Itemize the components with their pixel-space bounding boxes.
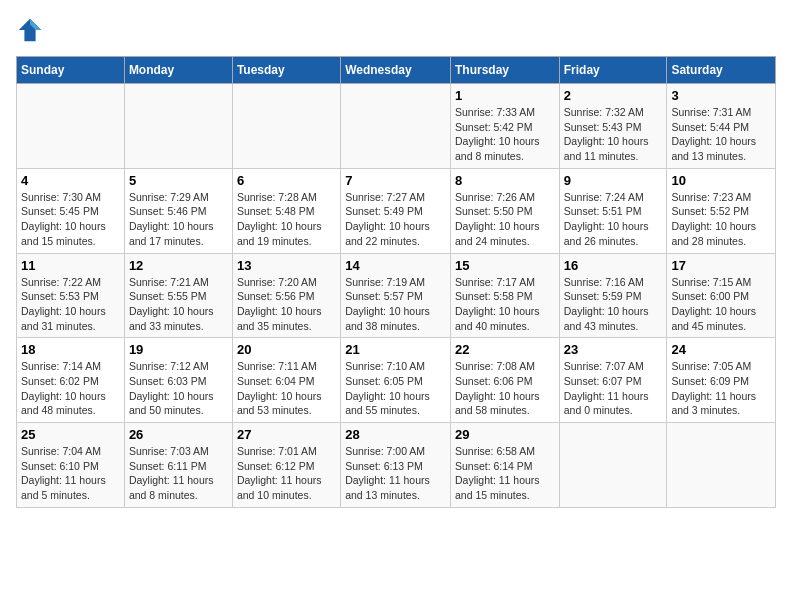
calendar-cell: 5Sunrise: 7:29 AMSunset: 5:46 PMDaylight… (124, 168, 232, 253)
day-info: Sunrise: 7:17 AMSunset: 5:58 PMDaylight:… (455, 275, 555, 334)
day-number: 29 (455, 427, 555, 442)
weekday-header-saturday: Saturday (667, 57, 776, 84)
day-info: Sunrise: 7:31 AMSunset: 5:44 PMDaylight:… (671, 105, 771, 164)
day-info: Sunrise: 7:15 AMSunset: 6:00 PMDaylight:… (671, 275, 771, 334)
day-info: Sunrise: 7:28 AMSunset: 5:48 PMDaylight:… (237, 190, 336, 249)
weekday-header-wednesday: Wednesday (341, 57, 451, 84)
day-info: Sunrise: 7:01 AMSunset: 6:12 PMDaylight:… (237, 444, 336, 503)
day-info: Sunrise: 7:26 AMSunset: 5:50 PMDaylight:… (455, 190, 555, 249)
day-number: 5 (129, 173, 228, 188)
calendar-cell (124, 84, 232, 169)
calendar-table: SundayMondayTuesdayWednesdayThursdayFrid… (16, 56, 776, 508)
day-info: Sunrise: 7:03 AMSunset: 6:11 PMDaylight:… (129, 444, 228, 503)
calendar-cell: 25Sunrise: 7:04 AMSunset: 6:10 PMDayligh… (17, 423, 125, 508)
day-info: Sunrise: 7:04 AMSunset: 6:10 PMDaylight:… (21, 444, 120, 503)
calendar-cell: 9Sunrise: 7:24 AMSunset: 5:51 PMDaylight… (559, 168, 667, 253)
calendar-cell: 22Sunrise: 7:08 AMSunset: 6:06 PMDayligh… (450, 338, 559, 423)
calendar-cell: 14Sunrise: 7:19 AMSunset: 5:57 PMDayligh… (341, 253, 451, 338)
day-number: 20 (237, 342, 336, 357)
day-info: Sunrise: 7:08 AMSunset: 6:06 PMDaylight:… (455, 359, 555, 418)
calendar-cell: 24Sunrise: 7:05 AMSunset: 6:09 PMDayligh… (667, 338, 776, 423)
day-info: Sunrise: 7:27 AMSunset: 5:49 PMDaylight:… (345, 190, 446, 249)
calendar-cell: 19Sunrise: 7:12 AMSunset: 6:03 PMDayligh… (124, 338, 232, 423)
day-number: 21 (345, 342, 446, 357)
day-number: 22 (455, 342, 555, 357)
calendar-cell: 1Sunrise: 7:33 AMSunset: 5:42 PMDaylight… (450, 84, 559, 169)
calendar-cell: 16Sunrise: 7:16 AMSunset: 5:59 PMDayligh… (559, 253, 667, 338)
day-info: Sunrise: 7:22 AMSunset: 5:53 PMDaylight:… (21, 275, 120, 334)
calendar-cell (232, 84, 340, 169)
day-info: Sunrise: 7:32 AMSunset: 5:43 PMDaylight:… (564, 105, 663, 164)
weekday-header-tuesday: Tuesday (232, 57, 340, 84)
day-info: Sunrise: 6:58 AMSunset: 6:14 PMDaylight:… (455, 444, 555, 503)
calendar-cell: 2Sunrise: 7:32 AMSunset: 5:43 PMDaylight… (559, 84, 667, 169)
day-info: Sunrise: 7:10 AMSunset: 6:05 PMDaylight:… (345, 359, 446, 418)
calendar-cell: 17Sunrise: 7:15 AMSunset: 6:00 PMDayligh… (667, 253, 776, 338)
day-info: Sunrise: 7:33 AMSunset: 5:42 PMDaylight:… (455, 105, 555, 164)
day-info: Sunrise: 7:30 AMSunset: 5:45 PMDaylight:… (21, 190, 120, 249)
weekday-header-monday: Monday (124, 57, 232, 84)
calendar-cell: 26Sunrise: 7:03 AMSunset: 6:11 PMDayligh… (124, 423, 232, 508)
day-number: 11 (21, 258, 120, 273)
calendar-cell: 27Sunrise: 7:01 AMSunset: 6:12 PMDayligh… (232, 423, 340, 508)
page-header (16, 16, 776, 44)
day-number: 10 (671, 173, 771, 188)
calendar-cell: 6Sunrise: 7:28 AMSunset: 5:48 PMDaylight… (232, 168, 340, 253)
calendar-cell: 28Sunrise: 7:00 AMSunset: 6:13 PMDayligh… (341, 423, 451, 508)
calendar-cell: 20Sunrise: 7:11 AMSunset: 6:04 PMDayligh… (232, 338, 340, 423)
day-info: Sunrise: 7:16 AMSunset: 5:59 PMDaylight:… (564, 275, 663, 334)
logo-icon (16, 16, 44, 44)
calendar-cell: 11Sunrise: 7:22 AMSunset: 5:53 PMDayligh… (17, 253, 125, 338)
day-info: Sunrise: 7:14 AMSunset: 6:02 PMDaylight:… (21, 359, 120, 418)
day-number: 25 (21, 427, 120, 442)
day-number: 26 (129, 427, 228, 442)
day-number: 27 (237, 427, 336, 442)
calendar-cell: 15Sunrise: 7:17 AMSunset: 5:58 PMDayligh… (450, 253, 559, 338)
calendar-cell: 18Sunrise: 7:14 AMSunset: 6:02 PMDayligh… (17, 338, 125, 423)
day-number: 9 (564, 173, 663, 188)
day-number: 14 (345, 258, 446, 273)
calendar-cell: 3Sunrise: 7:31 AMSunset: 5:44 PMDaylight… (667, 84, 776, 169)
logo (16, 16, 48, 44)
day-number: 7 (345, 173, 446, 188)
calendar-cell: 8Sunrise: 7:26 AMSunset: 5:50 PMDaylight… (450, 168, 559, 253)
day-info: Sunrise: 7:29 AMSunset: 5:46 PMDaylight:… (129, 190, 228, 249)
weekday-header-thursday: Thursday (450, 57, 559, 84)
day-info: Sunrise: 7:21 AMSunset: 5:55 PMDaylight:… (129, 275, 228, 334)
calendar-cell: 7Sunrise: 7:27 AMSunset: 5:49 PMDaylight… (341, 168, 451, 253)
day-info: Sunrise: 7:24 AMSunset: 5:51 PMDaylight:… (564, 190, 663, 249)
day-number: 13 (237, 258, 336, 273)
calendar-cell: 21Sunrise: 7:10 AMSunset: 6:05 PMDayligh… (341, 338, 451, 423)
day-info: Sunrise: 7:00 AMSunset: 6:13 PMDaylight:… (345, 444, 446, 503)
calendar-cell (17, 84, 125, 169)
calendar-cell (341, 84, 451, 169)
day-info: Sunrise: 7:12 AMSunset: 6:03 PMDaylight:… (129, 359, 228, 418)
calendar-cell: 13Sunrise: 7:20 AMSunset: 5:56 PMDayligh… (232, 253, 340, 338)
day-info: Sunrise: 7:23 AMSunset: 5:52 PMDaylight:… (671, 190, 771, 249)
day-number: 16 (564, 258, 663, 273)
calendar-cell: 23Sunrise: 7:07 AMSunset: 6:07 PMDayligh… (559, 338, 667, 423)
day-number: 18 (21, 342, 120, 357)
calendar-cell: 4Sunrise: 7:30 AMSunset: 5:45 PMDaylight… (17, 168, 125, 253)
calendar-cell: 12Sunrise: 7:21 AMSunset: 5:55 PMDayligh… (124, 253, 232, 338)
day-number: 3 (671, 88, 771, 103)
day-number: 28 (345, 427, 446, 442)
weekday-header-sunday: Sunday (17, 57, 125, 84)
calendar-cell (559, 423, 667, 508)
calendar-cell: 10Sunrise: 7:23 AMSunset: 5:52 PMDayligh… (667, 168, 776, 253)
day-info: Sunrise: 7:19 AMSunset: 5:57 PMDaylight:… (345, 275, 446, 334)
day-number: 24 (671, 342, 771, 357)
day-info: Sunrise: 7:11 AMSunset: 6:04 PMDaylight:… (237, 359, 336, 418)
calendar-cell (667, 423, 776, 508)
day-number: 12 (129, 258, 228, 273)
day-number: 17 (671, 258, 771, 273)
day-info: Sunrise: 7:05 AMSunset: 6:09 PMDaylight:… (671, 359, 771, 418)
day-number: 19 (129, 342, 228, 357)
day-number: 4 (21, 173, 120, 188)
day-info: Sunrise: 7:07 AMSunset: 6:07 PMDaylight:… (564, 359, 663, 418)
day-number: 2 (564, 88, 663, 103)
day-number: 6 (237, 173, 336, 188)
day-number: 1 (455, 88, 555, 103)
day-number: 23 (564, 342, 663, 357)
calendar-cell: 29Sunrise: 6:58 AMSunset: 6:14 PMDayligh… (450, 423, 559, 508)
